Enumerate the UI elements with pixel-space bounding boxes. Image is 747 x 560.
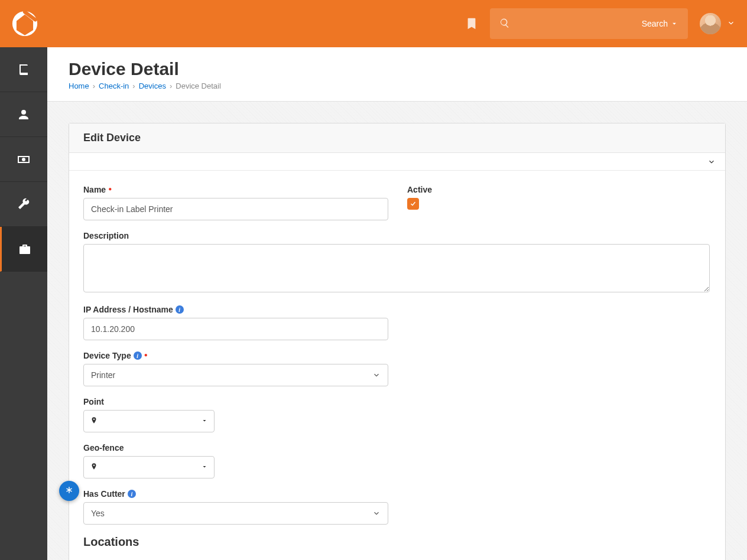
caret-down-icon <box>670 19 678 28</box>
info-icon[interactable]: i <box>176 305 184 314</box>
logo[interactable] <box>12 11 38 37</box>
description-textarea[interactable] <box>83 244 710 292</box>
edit-device-panel: Edit Device Name ● <box>69 123 726 560</box>
has-cutter-label: Has Cutter <box>83 489 125 499</box>
sidebar <box>0 47 47 560</box>
page-header: Device Detail Home › Check-in › Devices … <box>47 47 747 102</box>
point-picker[interactable] <box>83 410 215 432</box>
sidebar-item-person[interactable] <box>0 92 47 137</box>
breadcrumb-devices[interactable]: Devices <box>139 82 166 90</box>
avatar[interactable] <box>700 13 721 34</box>
help-fab[interactable] <box>59 481 79 501</box>
has-cutter-value: Yes <box>91 509 105 518</box>
chevron-down-icon <box>372 371 381 379</box>
name-input[interactable] <box>83 198 388 220</box>
device-type-label: Device Type <box>83 351 131 360</box>
caret-down-icon <box>201 416 208 426</box>
search-label: Search <box>642 19 668 28</box>
device-type-select[interactable]: Printer <box>83 364 388 386</box>
breadcrumb-home[interactable]: Home <box>69 82 89 90</box>
name-label: Name <box>83 185 106 194</box>
sidebar-item-book[interactable] <box>0 47 47 92</box>
locations-heading: Locations <box>83 535 711 549</box>
geofence-label: Geo-fence <box>83 443 124 452</box>
chevron-down-icon <box>372 509 381 517</box>
user-menu-chevron[interactable] <box>727 19 735 29</box>
sidebar-item-wrench[interactable] <box>0 182 47 227</box>
chevron-right-icon: › <box>132 82 135 90</box>
search-box[interactable]: Search <box>490 8 688 39</box>
bookmark-icon[interactable] <box>465 17 478 30</box>
active-checkbox[interactable] <box>407 198 419 210</box>
active-label: Active <box>407 185 432 194</box>
page-title: Device Detail <box>69 59 726 79</box>
search-icon <box>499 18 510 30</box>
panel-title: Edit Device <box>69 123 725 153</box>
required-indicator: ● <box>108 185 112 192</box>
sidebar-item-briefcase[interactable] <box>0 227 47 272</box>
search-dropdown[interactable]: Search <box>642 19 678 28</box>
check-icon <box>410 200 417 207</box>
map-pin-icon <box>90 416 98 426</box>
point-label: Point <box>83 397 104 406</box>
chevron-right-icon: › <box>93 82 95 90</box>
breadcrumb-current: Device Detail <box>176 82 221 90</box>
info-icon[interactable]: i <box>134 351 142 360</box>
has-cutter-select[interactable]: Yes <box>83 502 388 525</box>
device-type-value: Printer <box>91 370 115 380</box>
asterisk-icon <box>64 486 74 496</box>
required-indicator: ● <box>144 351 148 358</box>
chevron-down-icon <box>707 158 716 166</box>
panel-collapse-bar[interactable] <box>69 153 725 171</box>
breadcrumb: Home › Check-in › Devices › Device Detai… <box>69 82 726 90</box>
geofence-picker[interactable] <box>83 456 215 478</box>
map-pin-icon <box>90 463 98 473</box>
ip-input[interactable] <box>83 318 388 340</box>
description-label: Description <box>83 231 129 240</box>
ip-label: IP Address / Hostname <box>83 305 173 314</box>
caret-down-icon <box>201 463 208 472</box>
top-bar: Search <box>0 0 747 47</box>
chevron-right-icon: › <box>170 82 172 90</box>
sidebar-item-money[interactable] <box>0 137 47 182</box>
info-icon[interactable]: i <box>128 490 136 498</box>
breadcrumb-checkin[interactable]: Check-in <box>99 82 129 90</box>
